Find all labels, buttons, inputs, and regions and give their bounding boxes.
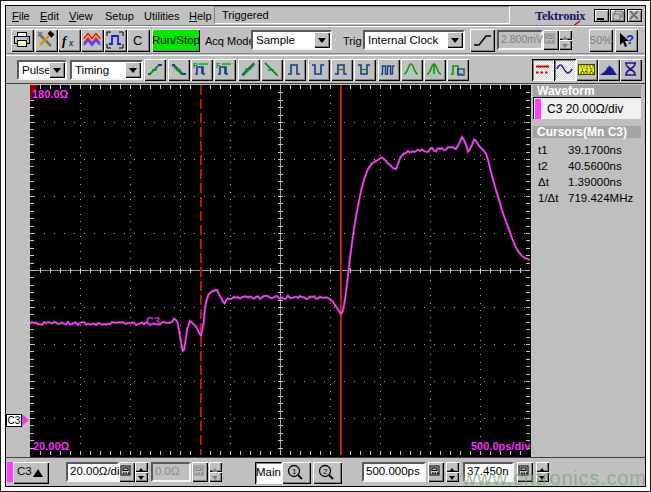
svg-text:2: 2 — [323, 467, 328, 476]
svg-text:x: x — [68, 37, 74, 48]
svg-text:C: C — [133, 33, 142, 48]
svg-text:500.0ps/div: 500.0ps/div — [471, 440, 531, 452]
svg-text:180.0Ω: 180.0Ω — [32, 88, 69, 100]
svg-text:?: ? — [626, 32, 634, 47]
svg-text:f: f — [62, 33, 68, 48]
svg-text:1: 1 — [292, 467, 297, 476]
svg-text:C3: C3 — [146, 315, 160, 327]
svg-text:123: 123 — [581, 67, 594, 73]
svg-text:20.00Ω: 20.00Ω — [33, 440, 70, 452]
